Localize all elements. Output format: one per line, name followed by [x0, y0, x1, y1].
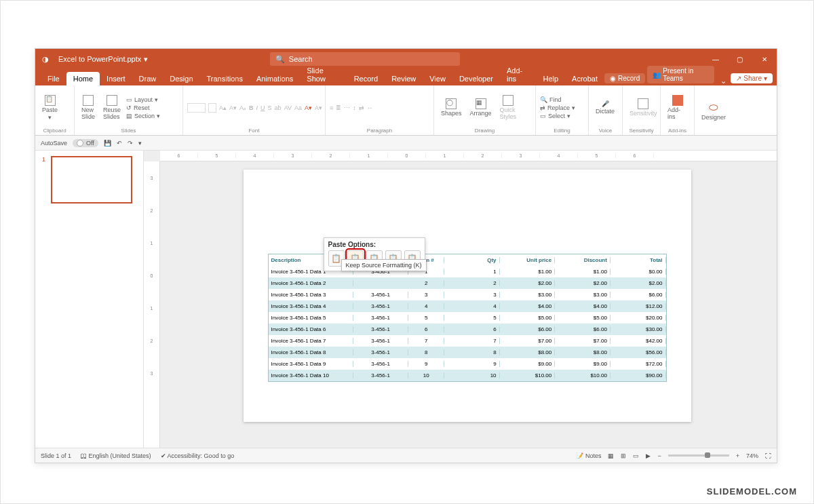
addins-button[interactable]: Add-ins — [665, 94, 690, 121]
tab-slideshow[interactable]: Slide Show — [300, 64, 347, 85]
zoom-out-icon[interactable]: − — [657, 452, 661, 459]
present-teams-button[interactable]: 👥Present in Teams — [647, 66, 714, 83]
filename-text: Excel to PowerPoint.pptx — [58, 55, 141, 63]
section-button[interactable]: ▤ Section ▾ — [126, 113, 160, 119]
redo-icon[interactable]: ↷ — [128, 140, 133, 147]
tab-design[interactable]: Design — [163, 72, 199, 85]
group-clipboard-label: Clipboard — [39, 128, 70, 135]
select-button[interactable]: ▭ Select ▾ — [540, 113, 575, 119]
tab-addins[interactable]: Add-ins — [500, 64, 536, 85]
zoom-slider[interactable] — [668, 454, 729, 457]
paragraph-tools: ≡≣⋯↕⇄↔ — [330, 88, 429, 128]
table-row[interactable]: Invoice 3-456-1 Data 222$2.00$2.00$2.00 — [269, 277, 666, 289]
autosave-label: AutoSave — [41, 140, 67, 147]
status-bar: Slide 1 of 1 🕮 English (United States) ✔… — [35, 448, 777, 463]
quick-styles-button: Quick Styles — [497, 94, 520, 121]
horizontal-ruler: 6543210123456 — [160, 151, 777, 161]
language-status[interactable]: 🕮 English (United States) — [81, 452, 151, 459]
reuse-slides-icon — [106, 95, 117, 106]
vertical-ruler: 3210123 — [144, 161, 160, 448]
view-reading-icon[interactable]: ▭ — [633, 452, 639, 459]
table-row[interactable]: Invoice 3-456-1 Data 83-456-188$8.00$8.0… — [269, 347, 666, 358]
save-icon[interactable]: 💾 — [104, 140, 111, 147]
dictate-button[interactable]: 🎤Dictate — [593, 99, 617, 116]
tab-acrobat[interactable]: Acrobat — [565, 72, 604, 85]
group-drawing-label: Drawing — [438, 128, 531, 135]
group-paragraph-label: Paragraph — [330, 128, 429, 135]
arrange-button[interactable]: ▦Arrange — [467, 97, 495, 118]
group-designer-label — [699, 134, 729, 135]
zoom-in-icon[interactable]: + — [736, 452, 739, 459]
replace-button[interactable]: ⇄ Replace ▾ — [540, 104, 575, 111]
collapse-ribbon-icon[interactable]: ⌄ — [716, 77, 731, 85]
qat-more-icon[interactable]: ▾ — [138, 140, 142, 147]
new-slide-button[interactable]: New Slide — [79, 94, 98, 121]
group-voice-label: Voice — [593, 128, 618, 135]
group-sensitivity-label: Sensitivity — [627, 128, 656, 135]
tab-developer[interactable]: Developer — [452, 72, 500, 85]
designer-icon: ⬭ — [709, 101, 718, 113]
group-font-label: Font — [187, 128, 321, 135]
table-row[interactable]: Invoice 3-456-1 Data 73-456-177$7.00$7.0… — [269, 335, 666, 347]
tab-help[interactable]: Help — [536, 72, 565, 85]
reset-button[interactable]: ↺ Reset — [126, 104, 160, 111]
tab-file[interactable]: File — [41, 72, 66, 85]
table-row[interactable]: Invoice 3-456-1 Data 103-456-11010$10.00… — [269, 370, 666, 381]
designer-button[interactable]: ⬭Designer — [699, 100, 729, 122]
minimize-button[interactable]: — — [703, 56, 728, 63]
thumb-number: 1 — [42, 156, 45, 163]
sensitivity-button: Sensitivity — [627, 97, 660, 118]
group-addins-label: Add-ins — [665, 128, 690, 135]
undo-icon[interactable]: ↶ — [117, 140, 122, 147]
shapes-icon: ◯ — [446, 98, 457, 109]
search-placeholder: Search — [289, 55, 313, 63]
data-table[interactable]: Description Invoice # Item # Qty Unit pr… — [268, 254, 667, 382]
table-row[interactable]: Invoice 3-456-1 Data 33-456-133$3.00$3.0… — [269, 289, 666, 301]
paste-option-tooltip: Keep Source Formatting (K) — [341, 259, 427, 271]
document-title[interactable]: Excel to PowerPoint.pptx ▾ — [56, 55, 148, 64]
quick-access-toolbar: AutoSave Off 💾 ↶ ↷ ▾ — [35, 136, 777, 151]
view-slideshow-icon[interactable]: ▶ — [646, 452, 651, 459]
notes-button[interactable]: 📝 Notes — [576, 452, 601, 459]
ribbon: 📋Paste▾ Clipboard New Slide Reuse Slides… — [35, 85, 777, 136]
table-row[interactable]: Invoice 3-456-1 Data 53-456-155$5.00$5.0… — [269, 312, 666, 324]
close-button[interactable]: ✕ — [752, 56, 777, 63]
reuse-slides-button[interactable]: Reuse Slides — [100, 94, 123, 121]
maximize-button[interactable]: ▢ — [728, 56, 752, 63]
tab-animations[interactable]: Animations — [250, 72, 300, 85]
zoom-level[interactable]: 74% — [746, 452, 758, 459]
find-button[interactable]: 🔍 Find — [540, 96, 575, 103]
tab-insert[interactable]: Insert — [100, 72, 132, 85]
paste-button[interactable]: 📋Paste▾ — [39, 94, 60, 122]
slide-canvas[interactable]: Paste Options: 📋 📋 📋 📋 📋 Keep Source For… — [244, 170, 691, 422]
view-normal-icon[interactable]: ▦ — [608, 452, 614, 459]
record-button[interactable]: ◉Record — [604, 73, 645, 83]
table-row[interactable]: Invoice 3-456-1 Data 43-456-144$4.00$4.0… — [269, 301, 666, 312]
paste-options-title: Paste Options: — [328, 241, 421, 248]
search-icon: 🔍 — [275, 55, 285, 64]
accessibility-status[interactable]: ✔ Accessibility: Good to go — [161, 452, 235, 459]
layout-button[interactable]: ▭ Layout ▾ — [126, 96, 160, 103]
tab-view[interactable]: View — [423, 72, 452, 85]
tab-home[interactable]: Home — [66, 72, 100, 85]
tab-transitions[interactable]: Transitions — [200, 72, 250, 85]
tab-review[interactable]: Review — [385, 72, 423, 85]
shapes-button[interactable]: ◯Shapes — [438, 97, 465, 118]
slide-counter: Slide 1 of 1 — [41, 452, 71, 459]
share-button[interactable]: ↗Share▾ — [731, 73, 773, 83]
search-input[interactable]: 🔍 Search — [270, 52, 460, 66]
fit-window-icon[interactable]: ⛶ — [765, 452, 771, 459]
view-sorter-icon[interactable]: ⊞ — [621, 452, 626, 459]
clipboard-icon: 📋 — [45, 95, 56, 106]
app-icon: ◑ — [35, 55, 56, 64]
tab-record[interactable]: Record — [347, 72, 385, 85]
watermark: SLIDEMODEL.COM — [707, 486, 797, 497]
table-row[interactable]: Invoice 3-456-1 Data 63-456-166$6.00$6.0… — [269, 324, 666, 335]
table-row[interactable]: Invoice 3-456-1 Data 93-456-199$9.00$9.0… — [269, 358, 666, 370]
chevron-down-icon: ▾ — [144, 55, 148, 64]
slide-thumbnail-1[interactable] — [51, 156, 132, 203]
tab-draw[interactable]: Draw — [132, 72, 163, 85]
autosave-toggle[interactable]: Off — [73, 139, 98, 147]
group-editing-label: Editing — [540, 128, 584, 135]
arrange-icon: ▦ — [476, 98, 486, 109]
